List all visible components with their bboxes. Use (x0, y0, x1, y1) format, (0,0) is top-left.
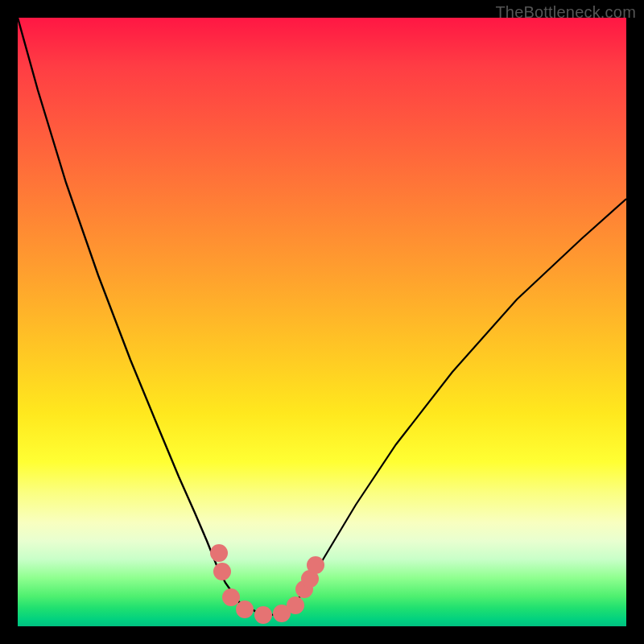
marker-dot (222, 588, 240, 606)
marker-dot (287, 597, 304, 614)
plot-area (18, 18, 626, 626)
marker-dot (210, 544, 228, 562)
chart-frame: TheBottleneck.com (0, 0, 644, 644)
watermark-text: TheBottleneck.com (495, 3, 636, 22)
marker-dot (254, 606, 272, 624)
left-curve-path (18, 18, 271, 615)
marker-dot (307, 556, 324, 574)
series-left-curve (18, 18, 271, 615)
marker-dot (213, 563, 231, 580)
right-curve-path (271, 199, 626, 615)
marker-dot (236, 601, 254, 618)
chart-svg (18, 18, 626, 626)
series-right-curve (271, 199, 626, 615)
